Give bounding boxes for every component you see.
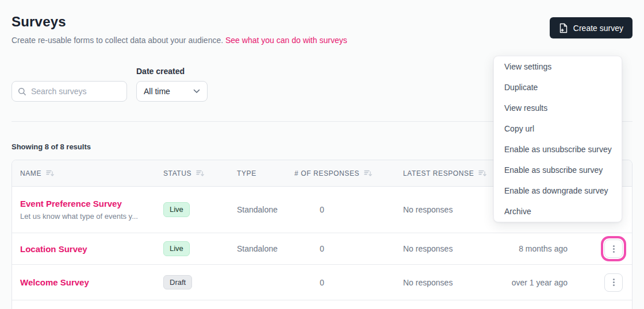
date-created-value: All time: [144, 87, 170, 96]
column-header-name[interactable]: NAME: [12, 169, 163, 177]
responses-count: 0: [294, 205, 384, 214]
column-header-responses[interactable]: # OF RESPONSES: [294, 169, 384, 177]
survey-type: Standalone: [237, 244, 294, 253]
menu-item-enable-downgrade[interactable]: Enable as downgrade survey: [494, 180, 622, 201]
survey-description: Let us know what type of events y...: [20, 212, 163, 221]
status-badge: Live: [163, 241, 190, 256]
menu-item-enable-subscribe[interactable]: Enable as subscribe survey: [494, 160, 622, 180]
chevron-down-icon: [193, 89, 200, 94]
row-actions-kebab-button[interactable]: [604, 240, 623, 258]
table-row: [12, 300, 632, 309]
menu-item-archive[interactable]: Archive: [494, 201, 622, 222]
page-title: Surveys: [12, 0, 632, 30]
table-row: Location Survey Live Standalone 0 No res…: [12, 233, 632, 265]
status-badge: Draft: [163, 275, 192, 290]
page-subtitle: Create re-usable forms to collect data a…: [12, 36, 632, 45]
sort-icon: [478, 169, 487, 177]
created-date: 8 months ago: [499, 244, 585, 253]
survey-name-link[interactable]: Event Preference Survey: [20, 199, 122, 208]
row-actions-context-menu: View settings Duplicate View results Cop…: [493, 56, 622, 222]
responses-count: 0: [294, 278, 384, 287]
sort-icon: [364, 169, 373, 177]
row-actions-kebab-button[interactable]: [604, 273, 623, 292]
create-survey-label: Create survey: [573, 24, 623, 33]
column-header-latest-response[interactable]: LATEST RESPONSE: [384, 169, 499, 177]
survey-name-link[interactable]: Welcome Survey: [20, 277, 89, 287]
survey-type: Standalone: [237, 205, 294, 214]
latest-response: No responses: [384, 244, 499, 253]
table-row: Welcome Survey Draft 0 No responses over…: [12, 265, 632, 300]
kebab-icon: [613, 245, 615, 253]
menu-item-view-settings[interactable]: View settings: [494, 56, 622, 77]
search-surveys-input[interactable]: [31, 87, 121, 96]
sort-icon: [196, 169, 205, 177]
search-icon: [18, 87, 26, 96]
menu-item-copy-url[interactable]: Copy url: [494, 118, 622, 139]
surveys-page: Surveys Create re-usable forms to collec…: [0, 0, 644, 309]
kebab-icon: [613, 279, 615, 286]
document-plus-icon: [559, 23, 568, 33]
column-header-status[interactable]: STATUS: [163, 169, 237, 177]
menu-item-enable-unsubscribe[interactable]: Enable as unsubscribe survey: [494, 139, 622, 160]
subtitle-text: Create re-usable forms to collect data a…: [12, 36, 223, 45]
menu-item-duplicate[interactable]: Duplicate: [494, 77, 622, 98]
create-survey-button[interactable]: Create survey: [550, 17, 632, 38]
status-badge: Live: [163, 202, 190, 217]
date-created-select[interactable]: All time: [136, 81, 208, 102]
created-date: over 1 year ago: [499, 278, 585, 287]
surveys-docs-link[interactable]: See what you can do with surveys: [225, 36, 347, 45]
menu-item-view-results[interactable]: View results: [494, 98, 622, 118]
responses-count: 0: [294, 244, 384, 253]
sort-icon: [46, 169, 55, 177]
search-surveys-box: [12, 81, 127, 102]
column-header-type[interactable]: TYPE: [237, 169, 294, 177]
survey-name-link[interactable]: Location Survey: [20, 244, 87, 254]
latest-response: No responses: [384, 205, 499, 214]
latest-response: No responses: [384, 278, 499, 287]
